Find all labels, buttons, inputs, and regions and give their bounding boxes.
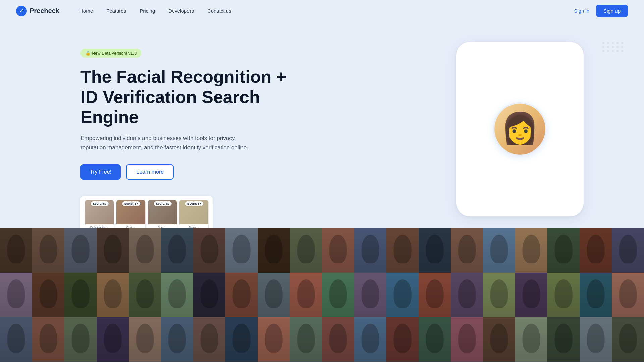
face-tile <box>547 228 580 273</box>
hero-description: Empowering individuals and businesses wi… <box>80 134 255 152</box>
face-tile <box>129 317 161 362</box>
face-tile <box>32 317 64 362</box>
face-tile <box>64 228 97 273</box>
face-tile <box>129 228 161 273</box>
face-tile <box>97 228 129 273</box>
face-tile <box>515 228 547 273</box>
face-tile <box>483 317 515 362</box>
face-tile <box>258 317 290 362</box>
face-tile <box>193 317 225 362</box>
signin-button[interactable]: Sign in <box>574 8 589 14</box>
face-tile <box>32 228 64 273</box>
face-tile <box>193 273 225 317</box>
face-tile <box>419 273 451 317</box>
face-tile <box>258 273 290 317</box>
face-grid-inner <box>0 228 644 362</box>
navigation: ✓ Precheck Home Features Pricing Develop… <box>0 0 644 22</box>
face-tile <box>258 228 290 273</box>
face-tile <box>161 273 193 317</box>
face-tile <box>483 228 515 273</box>
result-card-image-4: Score: 87 <box>179 200 209 224</box>
face-tile <box>225 317 258 362</box>
face-tile <box>354 317 386 362</box>
result-card-image-1: Score: 87 <box>85 200 114 224</box>
nav-contact[interactable]: Contact us <box>207 8 231 14</box>
face-tile <box>483 273 515 317</box>
nav-features[interactable]: Features <box>106 8 126 14</box>
phone-mockup <box>456 42 584 216</box>
result-card-1[interactable]: Score: 87 GettyImages → <box>85 200 114 230</box>
face-tile <box>97 317 129 362</box>
face-tile <box>64 273 97 317</box>
face-tile <box>547 317 580 362</box>
face-tile <box>97 273 129 317</box>
hero-buttons: Try Free! Learn more <box>80 164 309 180</box>
hero-content: 🔒 New Beta version! v1.3 The Facial Reco… <box>80 42 309 244</box>
nav-home[interactable]: Home <box>79 8 93 14</box>
face-tile <box>515 317 547 362</box>
face-tile <box>0 273 32 317</box>
face-tile <box>32 273 64 317</box>
try-free-button[interactable]: Try Free! <box>80 164 121 180</box>
face-tile <box>161 228 193 273</box>
result-card-2[interactable]: Score: 87 Corn → <box>116 200 146 230</box>
face-tile <box>225 273 258 317</box>
face-tile <box>0 317 32 362</box>
score-badge-3: Score: 87 <box>154 201 172 206</box>
decorative-dots-top-right <box>602 42 624 52</box>
score-badge-1: Score: 87 <box>91 201 109 206</box>
phone-mockup-container <box>456 42 584 216</box>
face-tile <box>290 228 322 273</box>
beta-badge: 🔒 New Beta version! v1.3 <box>80 49 141 58</box>
face-tile <box>419 228 451 273</box>
logo-icon: ✓ <box>16 6 27 16</box>
face-tile <box>322 273 354 317</box>
face-tile <box>612 273 644 317</box>
face-tile <box>451 228 483 273</box>
signup-button[interactable]: Sign up <box>596 5 628 17</box>
face-tile <box>386 273 419 317</box>
face-tile <box>580 273 612 317</box>
score-badge-4: Score: 87 <box>185 201 203 206</box>
nav-developers[interactable]: Developers <box>168 8 194 14</box>
face-tile <box>612 317 644 362</box>
face-tile <box>451 273 483 317</box>
result-card-image-2: Score: 87 <box>116 200 146 224</box>
face-tile <box>290 317 322 362</box>
nav-pricing[interactable]: Pricing <box>140 8 155 14</box>
face-recognition-preview <box>493 102 547 156</box>
scan-arc <box>496 143 543 156</box>
face-tile <box>515 273 547 317</box>
result-card-3[interactable]: Score: 87 Corn → <box>148 200 177 230</box>
face-grid-strip <box>0 228 644 362</box>
face-tile <box>354 273 386 317</box>
hero-title: The Facial Recognition + ID Verification… <box>80 67 309 127</box>
face-tile <box>386 228 419 273</box>
face-tile <box>322 228 354 273</box>
learn-more-button[interactable]: Learn more <box>126 164 174 180</box>
face-tile <box>386 317 419 362</box>
face-tile <box>547 273 580 317</box>
logo[interactable]: ✓ Precheck <box>16 6 59 16</box>
face-tile <box>161 317 193 362</box>
face-tile <box>322 317 354 362</box>
score-badge-2: Score: 87 <box>122 201 140 206</box>
nav-actions: Sign in Sign up <box>574 5 628 17</box>
face-tile <box>225 228 258 273</box>
face-tile <box>354 228 386 273</box>
face-tile <box>580 228 612 273</box>
face-tile <box>290 273 322 317</box>
nav-links: Home Features Pricing Developers Contact… <box>79 8 574 14</box>
face-tile <box>580 317 612 362</box>
face-tile <box>64 317 97 362</box>
face-tile <box>419 317 451 362</box>
face-tile <box>129 273 161 317</box>
face-tile <box>451 317 483 362</box>
logo-text: Precheck <box>30 7 59 15</box>
result-card-image-3: Score: 87 <box>148 200 177 224</box>
face-tile <box>612 228 644 273</box>
face-tile <box>193 228 225 273</box>
result-card-4[interactable]: Score: 87 Alamy → <box>179 200 209 230</box>
face-tile <box>0 228 32 273</box>
